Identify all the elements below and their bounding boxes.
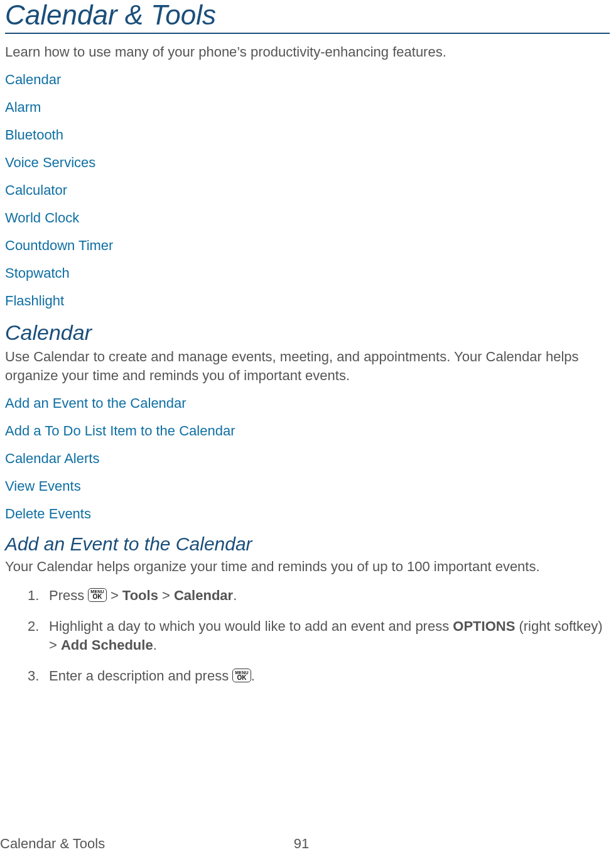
- period: .: [153, 637, 157, 653]
- page-title: Calendar & Tools: [5, 0, 610, 34]
- link-delete-events[interactable]: Delete Events: [5, 506, 91, 522]
- link-stopwatch[interactable]: Stopwatch: [5, 265, 70, 281]
- top-links-list: Calendar Alarm Bluetooth Voice Services …: [5, 72, 610, 309]
- period: .: [251, 668, 255, 684]
- intro-text: Learn how to use many of your phone’s pr…: [5, 43, 610, 62]
- menu-ok-button-icon: MENUOK: [88, 588, 106, 602]
- link-voice-services[interactable]: Voice Services: [5, 155, 95, 170]
- link-calendar-alerts[interactable]: Calendar Alerts: [5, 451, 99, 466]
- link-countdown-timer[interactable]: Countdown Timer: [5, 238, 113, 253]
- step-2: Highlight a day to which you would like …: [28, 617, 610, 656]
- options-label: OPTIONS: [453, 618, 515, 634]
- link-alarm[interactable]: Alarm: [5, 99, 41, 115]
- link-calculator[interactable]: Calculator: [5, 182, 67, 198]
- calendar-label: Calendar: [174, 587, 233, 603]
- link-flashlight[interactable]: Flashlight: [5, 293, 64, 309]
- add-schedule-label: Add Schedule: [61, 637, 153, 653]
- section-calendar-intro: Use Calendar to create and manage events…: [5, 347, 610, 385]
- gt-separator: >: [158, 587, 174, 603]
- tools-label: Tools: [122, 587, 158, 603]
- section-add-event-intro: Your Calendar helps organize your time a…: [5, 557, 610, 576]
- link-add-todo[interactable]: Add a To Do List Item to the Calendar: [5, 423, 235, 439]
- section-add-event-title: Add an Event to the Calendar: [5, 533, 610, 555]
- link-world-clock[interactable]: World Clock: [5, 210, 79, 226]
- step-3: Enter a description and press MENUOK.: [28, 667, 610, 686]
- link-add-event[interactable]: Add an Event to the Calendar: [5, 395, 186, 411]
- step-text: Enter a description and press: [49, 668, 232, 684]
- menu-ok-button-icon: MENUOK: [232, 669, 251, 682]
- section-calendar-title: Calendar: [5, 320, 610, 345]
- link-view-events[interactable]: View Events: [5, 478, 81, 494]
- step-1: Press MENUOK > Tools > Calendar.: [28, 586, 610, 606]
- step-text: Press: [49, 587, 88, 603]
- gt-separator: >: [107, 587, 122, 603]
- calendar-links-list: Add an Event to the Calendar Add a To Do…: [5, 395, 610, 522]
- step-text: Highlight a day to which you would like …: [49, 618, 453, 634]
- link-calendar[interactable]: Calendar: [5, 72, 61, 87]
- link-bluetooth[interactable]: Bluetooth: [5, 127, 63, 143]
- period: .: [233, 587, 237, 603]
- steps-list: Press MENUOK > Tools > Calendar. Highlig…: [28, 586, 610, 686]
